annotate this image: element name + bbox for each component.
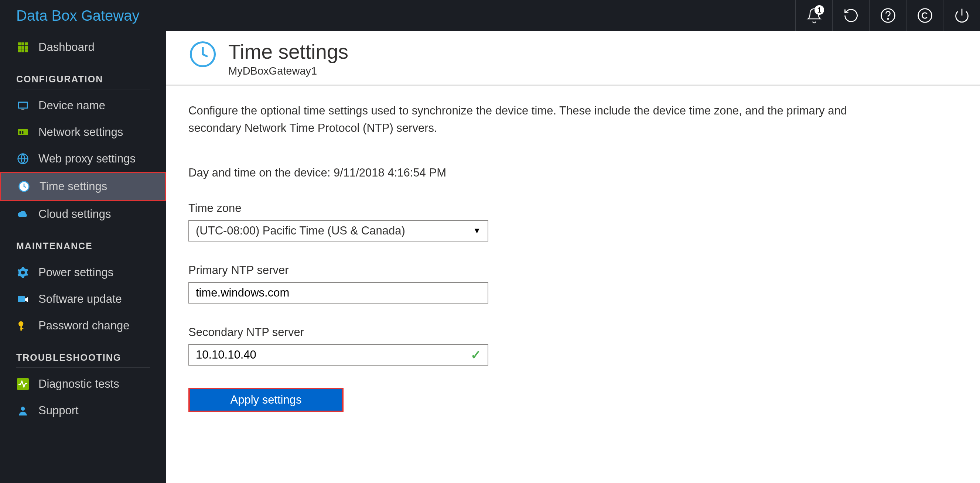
svg-point-26 [21,407,25,411]
sidebar-item-label: Diagnostic tests [38,377,119,391]
svg-rect-18 [22,131,23,133]
sidebar-item-network[interactable]: Network settings [0,119,166,146]
apply-settings-button[interactable]: Apply settings [188,388,344,412]
primary-ntp-input[interactable] [196,283,481,303]
divider [16,367,150,368]
page-title: Time settings [228,40,348,64]
network-icon [16,126,30,139]
sidebar-item-password[interactable]: Password change [0,312,166,339]
field-label: Primary NTP server [188,264,883,277]
timezone-field: Time zone (UTC-08:00) Pacific Time (US &… [188,202,883,242]
svg-rect-12 [25,49,28,52]
sidebar-item-dashboard[interactable]: Dashboard [0,34,166,60]
checkmark-icon: ✓ [471,348,481,362]
sidebar-item-label: Power settings [38,266,113,279]
notification-badge: 1 [815,5,824,15]
svg-rect-8 [21,46,24,49]
monitor-icon [16,99,30,112]
timezone-select[interactable]: (UTC-08:00) Pacific Time (US & Canada) ▼ [188,220,488,242]
device-time-text: Day and time on the device: 9/11/2018 4:… [188,166,883,180]
svg-rect-6 [25,43,28,45]
svg-rect-23 [20,326,22,330]
field-label: Secondary NTP server [188,326,883,339]
secondary-ntp-input-wrap: ✓ [188,344,488,365]
topbar: Data Box Gateway 1 [0,0,980,31]
pulse-icon [16,377,30,391]
svg-rect-11 [21,49,24,52]
sidebar-item-label: Dashboard [38,41,95,54]
button-label: Apply settings [231,393,302,407]
divider [16,89,150,89]
sidebar-item-label: Web proxy settings [38,152,135,165]
gear-icon [16,266,30,279]
secondary-ntp-field: Secondary NTP server ✓ [188,326,883,365]
svg-point-1 [887,19,888,19]
page-subtitle: MyDBoxGateway1 [228,65,348,77]
svg-rect-5 [21,43,24,45]
svg-rect-14 [19,103,27,108]
sidebar-item-label: Support [38,404,79,417]
refresh-button[interactable] [832,0,869,31]
sidebar-item-label: Network settings [38,126,123,139]
svg-point-2 [918,9,932,22]
sidebar-item-device-name[interactable]: Device name [0,92,166,119]
svg-rect-7 [18,46,21,49]
notifications-button[interactable]: 1 [795,0,832,31]
sidebar-item-label: Software update [38,292,122,306]
cloud-gear-icon [16,208,30,221]
refresh-icon [843,7,859,24]
sidebar-item-label: Cloud settings [38,208,111,221]
sidebar-item-web-proxy[interactable]: Web proxy settings [0,146,166,172]
sidebar-item-support[interactable]: Support [0,397,166,424]
copyright-icon [917,7,933,24]
primary-ntp-input-wrap [188,282,488,303]
help-icon [880,7,896,24]
chevron-down-icon: ▼ [473,226,481,235]
topbar-actions: 1 [795,0,980,31]
primary-ntp-field: Primary NTP server [188,264,883,303]
sidebar-section-troubleshooting: TROUBLESHOOTING [0,339,166,367]
svg-rect-15 [21,109,24,110]
page-header: Time settings MyDBoxGateway1 [166,31,980,86]
sidebar: Dashboard CONFIGURATION Device name Netw… [0,31,166,483]
update-icon [16,292,30,306]
clock-icon [18,180,31,193]
content-area: Configure the optional time settings use… [166,86,905,428]
svg-point-22 [19,321,23,326]
sidebar-item-time[interactable]: Time settings [0,172,166,201]
page-description: Configure the optional time settings use… [188,102,883,137]
svg-rect-17 [19,131,21,133]
grid-icon [16,41,30,54]
main-content: Time settings MyDBoxGateway1 Configure t… [166,31,980,483]
svg-rect-24 [20,328,23,329]
globe-icon [16,152,30,165]
field-label: Time zone [188,202,883,215]
sidebar-item-diagnostics[interactable]: Diagnostic tests [0,371,166,397]
clock-icon [188,40,217,70]
svg-rect-10 [18,49,21,52]
sidebar-item-label: Password change [38,319,129,332]
select-value: (UTC-08:00) Pacific Time (US & Canada) [196,224,405,237]
power-icon [954,7,970,24]
sidebar-item-cloud[interactable]: Cloud settings [0,201,166,227]
divider [16,256,150,256]
sidebar-section-configuration: CONFIGURATION [0,60,166,89]
power-button[interactable] [943,0,980,31]
sidebar-item-label: Device name [38,99,105,112]
svg-rect-21 [18,296,25,302]
sidebar-section-maintenance: MAINTENANCE [0,227,166,256]
sidebar-item-software-update[interactable]: Software update [0,286,166,312]
help-button[interactable] [869,0,906,31]
brand-title: Data Box Gateway [0,7,140,24]
secondary-ntp-input[interactable] [196,345,471,365]
person-icon [16,404,30,417]
sidebar-item-label: Time settings [40,180,107,193]
svg-rect-9 [25,46,28,49]
key-icon [16,319,30,332]
copyright-button[interactable] [906,0,943,31]
sidebar-item-power[interactable]: Power settings [0,259,166,286]
svg-rect-4 [18,43,21,45]
